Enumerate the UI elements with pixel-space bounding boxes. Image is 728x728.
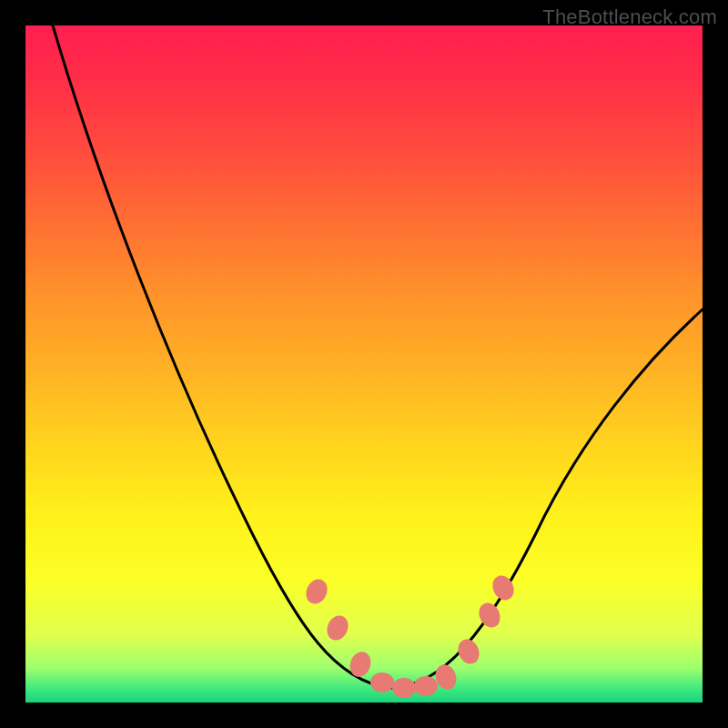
curve-marker [302,576,330,608]
curve-layer [25,25,703,703]
chart-frame: TheBottleneck.com [0,0,728,728]
bottleneck-curve [53,25,703,688]
curve-marker [323,612,351,644]
curve-marker [454,636,482,668]
curve-marker [347,649,374,680]
marker-group [302,571,518,698]
curve-marker [414,676,438,696]
plot-area [25,25,703,703]
curve-marker [392,678,416,698]
curve-marker [475,600,504,632]
attribution-text: TheBottleneck.com [542,5,717,29]
curve-marker [370,672,394,693]
